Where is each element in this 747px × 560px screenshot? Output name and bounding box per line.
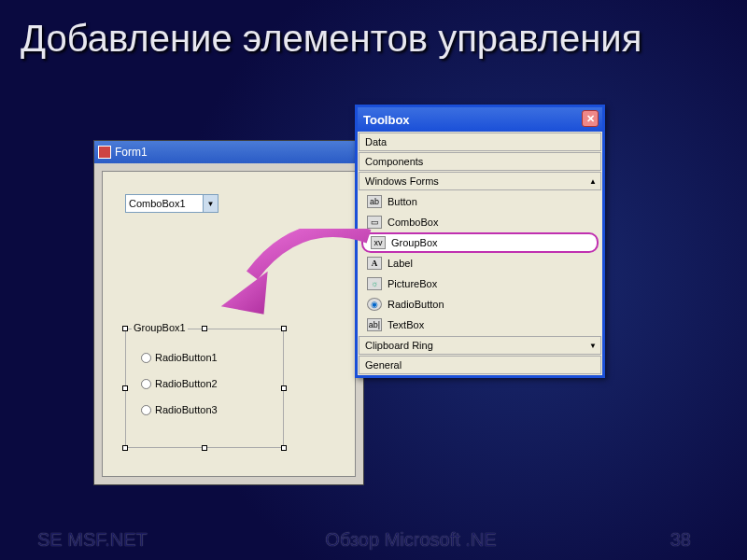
footer-left: SE MSF.NET <box>0 529 187 551</box>
toolbox-title-text: Toolbox <box>363 113 410 127</box>
toolbox-item-button[interactable]: ab Button <box>359 191 600 212</box>
radio-label: RadioButton2 <box>155 378 218 389</box>
toolbox-section-clipboard[interactable]: Clipboard Ring ▼ <box>359 336 601 355</box>
resize-handle[interactable] <box>281 385 287 391</box>
resize-handle[interactable] <box>202 445 207 451</box>
radio-dot-icon <box>141 405 151 415</box>
toolbox-item-label: TextBox <box>388 319 424 330</box>
groupbox-legend: GroupBox1 <box>132 322 188 333</box>
toolbox-item-groupbox[interactable]: xv GroupBox <box>361 232 599 253</box>
dropdown-arrow-icon[interactable]: ▼ <box>203 195 218 212</box>
toolbox-item-label: Label <box>388 258 413 269</box>
combobox-control[interactable]: ComboBox1 ▼ <box>125 194 218 213</box>
toolbox-item-label: GroupBox <box>391 237 438 248</box>
toolbox-section-general[interactable]: General <box>359 356 601 374</box>
picturebox-icon: ☼ <box>367 277 382 290</box>
form-titlebar[interactable]: Form1 <box>94 141 363 163</box>
toolbox-section-data[interactable]: Data <box>359 133 601 151</box>
footer-center: Обзор Microsoft .NE <box>187 529 635 551</box>
label-icon: A <box>367 257 382 270</box>
toolbox-item-label: Button <box>388 196 417 207</box>
radiobutton-control[interactable]: RadioButton3 <box>141 404 218 415</box>
toolbox-item-label: PictureBox <box>388 278 437 289</box>
toolbox-section-components[interactable]: Components <box>359 152 601 171</box>
scroll-down-icon[interactable]: ▼ <box>589 342 597 350</box>
form-icon <box>98 146 111 159</box>
groupbox-control[interactable]: GroupBox1 RadioButton1 RadioButton2 Radi… <box>125 329 284 448</box>
combobox-icon: ▭ <box>367 216 382 229</box>
toolbox-item-picturebox[interactable]: ☼ PictureBox <box>359 273 600 294</box>
slide-title: Добавление элементов управления <box>21 17 641 60</box>
form-designer-window: Form1 ComboBox1 ▼ GroupBox1 RadioButton1… <box>93 140 364 485</box>
radiobutton-icon: ◉ <box>367 298 382 311</box>
resize-handle[interactable] <box>202 326 207 331</box>
radio-dot-icon <box>141 379 151 389</box>
groupbox-icon: xv <box>371 236 386 249</box>
resize-handle[interactable] <box>281 326 287 331</box>
resize-handle[interactable] <box>122 326 128 331</box>
radio-label: RadioButton1 <box>155 352 218 363</box>
toolbox-item-combobox[interactable]: ▭ ComboBox <box>359 212 600 232</box>
section-label: Clipboard Ring <box>365 340 433 351</box>
radiobutton-control[interactable]: RadioButton1 <box>141 352 218 363</box>
button-icon: ab <box>367 195 382 208</box>
combobox-text: ComboBox1 <box>129 198 186 209</box>
toolbox-section-winforms[interactable]: Windows Forms ▲ <box>359 172 601 190</box>
resize-handle[interactable] <box>281 445 287 451</box>
toolbox-item-label: RadioButton <box>388 299 444 310</box>
slide-footer: SE MSF.NET Обзор Microsoft .NE 38 <box>0 529 747 551</box>
radiobutton-control[interactable]: RadioButton2 <box>141 378 218 389</box>
radio-dot-icon <box>141 353 151 363</box>
toolbox-item-textbox[interactable]: ab| TextBox <box>359 315 600 335</box>
form-title-text: Form1 <box>115 146 148 159</box>
design-surface[interactable]: ComboBox1 ▼ GroupBox1 RadioButton1 Radio… <box>102 171 356 477</box>
toolbox-item-label[interactable]: A Label <box>359 253 600 273</box>
toolbox-window: Toolbox ✕ Data Components Windows Forms … <box>355 105 605 378</box>
toolbox-item-label: ComboBox <box>388 217 438 228</box>
textbox-icon: ab| <box>367 318 382 331</box>
close-icon[interactable]: ✕ <box>582 110 599 127</box>
scroll-up-icon[interactable]: ▲ <box>589 177 597 186</box>
resize-handle[interactable] <box>122 445 128 451</box>
resize-handle[interactable] <box>122 385 128 391</box>
footer-page-number: 38 <box>635 529 747 551</box>
toolbox-titlebar[interactable]: Toolbox ✕ <box>358 107 602 132</box>
toolbox-item-radiobutton[interactable]: ◉ RadioButton <box>359 294 600 315</box>
section-label: Windows Forms <box>365 175 439 187</box>
radio-label: RadioButton3 <box>155 404 218 415</box>
